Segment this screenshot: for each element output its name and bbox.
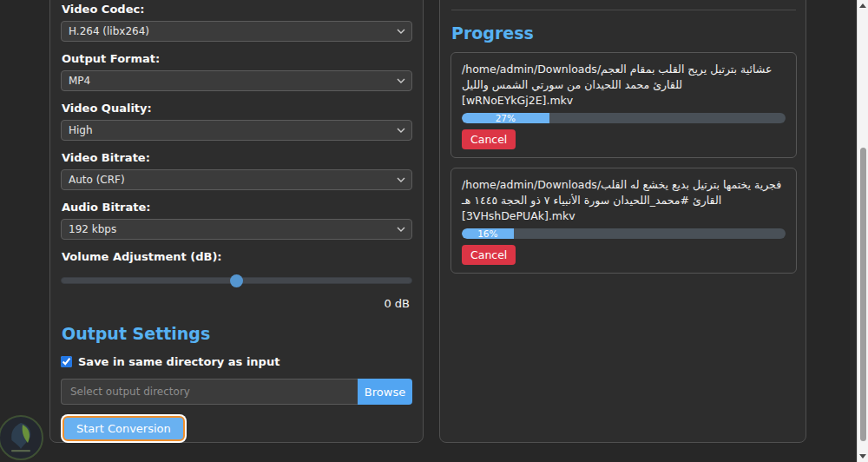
browse-button[interactable]: Browse: [358, 379, 412, 405]
video-quality-select-wrap: High: [61, 120, 412, 141]
video-quality-label: Video Quality:: [62, 102, 411, 116]
audio-bitrate-select-wrap: 192 kbps: [61, 219, 412, 240]
progress-heading: Progress: [451, 23, 797, 43]
output-settings-heading: Output Settings: [62, 324, 411, 343]
progress-item: /home/admin/Downloads/فجرية يختمها بترتي…: [450, 168, 797, 274]
progress-file-name: /home/admin/Downloads/عشائية بترتيل يريح…: [462, 62, 786, 109]
start-conversion-button[interactable]: Start Conversion: [62, 416, 185, 441]
volume-adjustment-label: Volume Adjustment (dB):: [62, 250, 411, 264]
output-directory-input[interactable]: [61, 379, 358, 405]
video-codec-select[interactable]: H.264 (libx264): [61, 21, 412, 42]
progress-bar: 27%: [462, 113, 786, 123]
app-window: { "settings_panel": { "fields": [ { "lab…: [0, 0, 868, 462]
cancel-button[interactable]: Cancel: [462, 245, 516, 265]
output-format-label: Output Format:: [62, 52, 411, 66]
volume-slider[interactable]: [61, 274, 412, 287]
video-quality-select[interactable]: High: [61, 120, 412, 141]
video-bitrate-select[interactable]: Auto (CRF): [61, 169, 412, 190]
scroll-up-icon[interactable]: [859, 3, 866, 8]
progress-bar-fill: 27%: [462, 113, 549, 123]
watermark-logo: [0, 413, 46, 462]
progress-file-name: /home/admin/Downloads/فجرية يختمها بترتي…: [462, 177, 786, 224]
vertical-scrollbar[interactable]: [857, 0, 868, 462]
section-divider: [451, 10, 796, 10]
video-bitrate-label: Video Bitrate:: [62, 151, 411, 165]
progress-panel: [ ] Progress /home/admin/Downloads/عشائي…: [439, 0, 806, 443]
audio-bitrate-select[interactable]: 192 kbps: [61, 219, 412, 240]
video-bitrate-select-wrap: Auto (CRF): [61, 169, 412, 190]
scrollbar-thumb[interactable]: [860, 148, 866, 441]
same-directory-label[interactable]: Save in same directory as input: [78, 355, 279, 368]
output-directory-group: Browse: [61, 379, 412, 405]
output-format-select[interactable]: MP4: [61, 70, 412, 91]
same-directory-checkbox[interactable]: [61, 356, 72, 367]
cancel-button[interactable]: Cancel: [462, 129, 516, 149]
output-format-select-wrap: MP4: [61, 70, 412, 91]
progress-item: /home/admin/Downloads/عشائية بترتيل يريح…: [450, 52, 797, 158]
conversion-settings-panel: Video Codec: H.264 (libx264) Output Form…: [49, 0, 424, 443]
progress-bar-fill: 16%: [462, 228, 514, 239]
volume-value: 0 dB: [61, 297, 410, 310]
audio-bitrate-label: Audio Bitrate:: [62, 201, 411, 214]
progress-bar: 16%: [462, 228, 786, 239]
video-codec-select-wrap: H.264 (libx264): [61, 21, 412, 42]
same-directory-row: Save in same directory as input: [61, 355, 412, 368]
scroll-down-icon[interactable]: [859, 454, 866, 459]
video-codec-label: Video Codec:: [62, 3, 411, 16]
